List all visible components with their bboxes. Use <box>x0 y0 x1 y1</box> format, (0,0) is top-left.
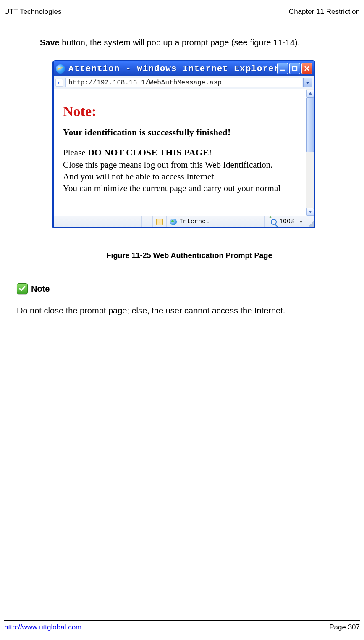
svg-marker-4 <box>306 82 309 84</box>
resize-grip[interactable] <box>306 216 314 227</box>
note-text: Do not close the prompt page; else, the … <box>17 306 339 316</box>
scroll-down-button[interactable] <box>306 208 314 216</box>
note-label: Note <box>31 284 50 294</box>
p1b: DO NOT CLOSE THIS PAGE <box>88 147 209 158</box>
address-bar: e http://192.168.16.1/WebAuthMessage.asp <box>54 76 314 89</box>
footer-page: Page 307 <box>329 623 360 632</box>
content-column: Save button, the system will pop up a pr… <box>40 38 339 316</box>
scroll-up-button[interactable] <box>306 90 314 97</box>
p1c: ! <box>209 147 212 158</box>
window-title: Attention - Windows Internet Explorer <box>68 64 280 74</box>
chevron-down-icon <box>299 221 303 223</box>
header-rule <box>4 18 360 18</box>
success-line: Your identification is successfully fini… <box>63 127 314 138</box>
status-seg-zone[interactable]: Internet <box>167 216 265 227</box>
header-left: UTT Technologies <box>4 8 61 16</box>
p4: You can minimize the current page and ca… <box>63 183 280 193</box>
page-header: UTT Technologies Chapter 11 Restriction <box>4 8 360 16</box>
lead-rest: button, the system will pop up a prompt … <box>60 38 300 47</box>
ie-logo-icon <box>56 64 65 74</box>
lead-bold: Save <box>40 38 60 47</box>
note-heading: Note: <box>63 103 314 119</box>
maximize-button[interactable] <box>289 63 300 74</box>
magnifier-icon <box>271 219 277 225</box>
titlebar[interactable]: Attention - Windows Internet Explorer <box>54 61 314 76</box>
svg-rect-1 <box>293 66 297 71</box>
zone-label: Internet <box>179 218 209 225</box>
scroll-thumb[interactable] <box>306 97 314 152</box>
address-dropdown-button[interactable] <box>303 78 312 87</box>
minimize-button[interactable] <box>277 63 288 74</box>
footer-rule <box>4 620 360 621</box>
favicon-icon: e <box>55 79 63 87</box>
svg-marker-5 <box>309 92 312 95</box>
body-paragraph: Please DO NOT CLOSE THIS PAGE! Close thi… <box>63 146 314 195</box>
note-row: Note <box>17 283 339 294</box>
plus-icon: + <box>269 215 272 220</box>
status-bar: Internet + 100% <box>54 216 314 227</box>
globe-icon <box>170 219 177 225</box>
svg-marker-6 <box>309 211 312 213</box>
figure-caption: Figure 11-25 Web Authentication Prompt P… <box>40 251 339 260</box>
window-buttons <box>277 63 312 74</box>
ie-window: Attention - Windows Internet Explorer e … <box>52 60 315 228</box>
ie-content-area: Note: Your identification is successfull… <box>54 89 314 216</box>
footer-url-link[interactable]: http://www.uttglobal.com <box>4 623 81 632</box>
lead-line: Save button, the system will pop up a pr… <box>40 38 339 47</box>
header-right: Chapter 11 Restriction <box>289 8 360 16</box>
scroll-track[interactable] <box>306 97 314 208</box>
vertical-scrollbar[interactable] <box>306 89 314 216</box>
close-button[interactable] <box>301 63 312 74</box>
p3: And you will not be able to access Inter… <box>63 171 216 182</box>
alert-icon <box>156 219 163 225</box>
status-seg-progress <box>54 216 142 227</box>
note-block: Note Do not close the prompt page; else,… <box>17 283 339 316</box>
p2: Close this page means log out from this … <box>63 160 273 170</box>
page-footer: http://www.uttglobal.com Page 307 <box>4 623 360 632</box>
status-seg-blank1 <box>142 216 153 227</box>
status-seg-zoom[interactable]: + 100% <box>265 216 306 227</box>
status-seg-alert[interactable] <box>153 216 167 227</box>
zoom-value: 100% <box>279 218 294 225</box>
url-field[interactable]: http://192.168.16.1/WebAuthMessage.asp <box>65 78 302 87</box>
p1a: Please <box>63 147 88 158</box>
checkmark-icon <box>17 283 28 294</box>
